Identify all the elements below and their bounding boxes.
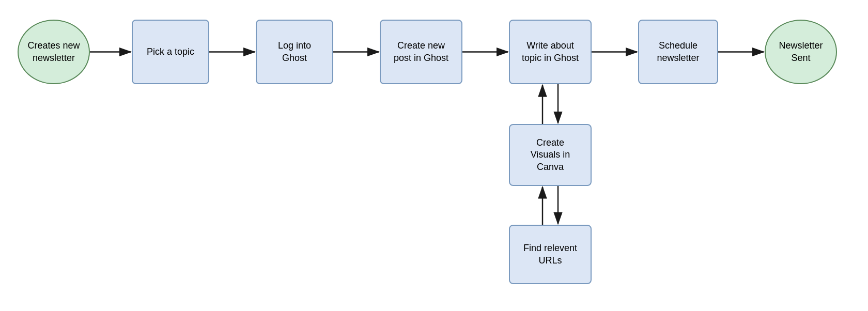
create-visuals: CreateVisuals inCanva xyxy=(509,124,592,186)
create-visuals-label: CreateVisuals inCanva xyxy=(531,137,570,173)
pick-topic-label: Pick a topic xyxy=(147,46,194,58)
create-new-post-label: Create newpost in Ghost xyxy=(394,40,448,64)
log-into-ghost: Log intoGhost xyxy=(256,20,333,84)
creates-new-newsletter-label: Creates newnewsletter xyxy=(27,40,80,64)
newsletter-sent-label: NewsletterSent xyxy=(779,40,823,64)
write-about-topic: Write abouttopic in Ghost xyxy=(509,20,592,84)
creates-new-newsletter: Creates newnewsletter xyxy=(18,20,90,84)
diagram-container: Creates newnewsletterPick a topicLog int… xyxy=(0,0,868,311)
find-urls-label: Find releventURLs xyxy=(523,242,577,267)
pick-topic: Pick a topic xyxy=(132,20,209,84)
write-about-topic-label: Write abouttopic in Ghost xyxy=(522,40,579,64)
schedule-newsletter: Schedulenewsletter xyxy=(638,20,718,84)
newsletter-sent: NewsletterSent xyxy=(765,20,837,84)
create-new-post: Create newpost in Ghost xyxy=(380,20,462,84)
find-urls: Find releventURLs xyxy=(509,225,592,284)
log-into-ghost-label: Log intoGhost xyxy=(278,40,311,64)
schedule-newsletter-label: Schedulenewsletter xyxy=(657,40,699,64)
